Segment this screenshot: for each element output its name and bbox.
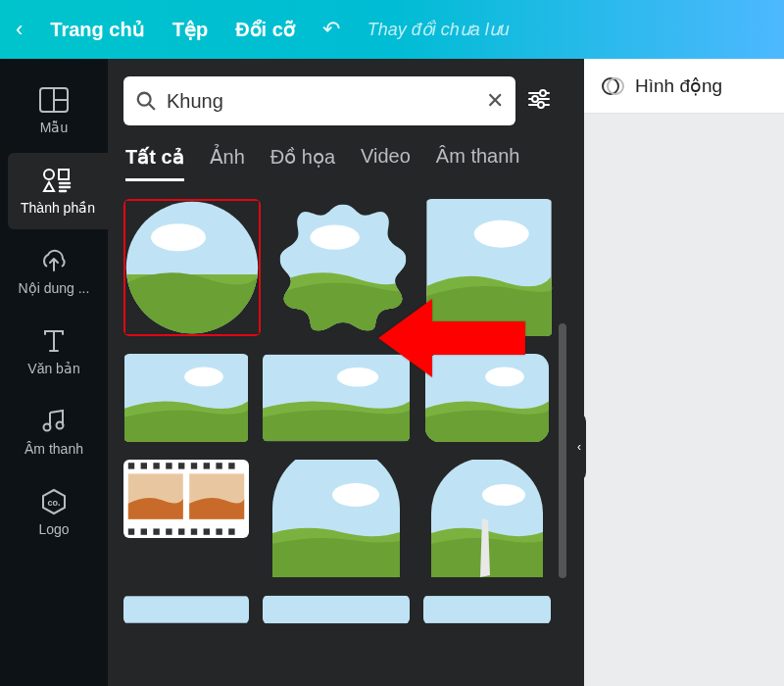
- search-input[interactable]: [167, 90, 476, 113]
- svg-line-14: [149, 104, 155, 110]
- rail-label: Thành phần: [21, 200, 95, 216]
- text-icon: [41, 327, 67, 355]
- logo-icon: co.: [40, 488, 68, 515]
- main-area: Mẫu Thành phần Nội dung ... Văn bản Âm t…: [0, 59, 784, 686]
- tab-graphics[interactable]: Đồ họa: [270, 145, 335, 181]
- search-row: ✕: [123, 76, 553, 125]
- frame-rect-wide[interactable]: [263, 354, 410, 442]
- animate-label: Hình động: [635, 74, 722, 97]
- svg-point-60: [482, 484, 525, 506]
- svg-marker-5: [44, 182, 54, 191]
- svg-rect-61: [123, 596, 249, 622]
- svg-rect-43: [178, 463, 184, 468]
- frame-rounded[interactable]: [423, 354, 551, 442]
- left-rail: Mẫu Thành phần Nội dung ... Văn bản Âm t…: [0, 59, 108, 686]
- canvas-area: Hình động: [584, 59, 784, 686]
- rail-uploads[interactable]: Nội dung ...: [0, 233, 108, 310]
- frame-circle[interactable]: [123, 199, 261, 336]
- top-bar: ‹ Trang chủ Tệp Đổi cỡ ↶ Thay đổi chưa l…: [0, 0, 784, 59]
- animate-icon: [602, 74, 625, 98]
- svg-point-3: [44, 170, 54, 179]
- frame-item[interactable]: [423, 595, 551, 624]
- svg-rect-47: [228, 463, 234, 468]
- svg-rect-39: [128, 463, 134, 468]
- panel-tabs: Tất cả Ảnh Đồ họa Video Âm thanh: [125, 145, 551, 181]
- svg-rect-4: [59, 170, 69, 179]
- rail-logo[interactable]: co. Logo: [0, 474, 108, 551]
- templates-icon: [39, 86, 69, 114]
- grid-row: [123, 595, 549, 624]
- canvas-toolbar: Hình động: [584, 59, 784, 114]
- svg-rect-48: [128, 528, 134, 534]
- svg-point-35: [485, 368, 524, 387]
- tab-photos[interactable]: Ảnh: [210, 145, 245, 181]
- svg-rect-63: [423, 596, 551, 623]
- elements-icon: [42, 167, 74, 194]
- svg-rect-49: [141, 528, 147, 534]
- animate-button[interactable]: Hình động: [602, 74, 722, 98]
- svg-rect-56: [228, 528, 234, 534]
- uploads-icon: [39, 247, 69, 274]
- grid-row: [123, 460, 549, 577]
- svg-point-24: [151, 223, 206, 251]
- tab-video[interactable]: Video: [361, 145, 411, 181]
- audio-icon: [41, 408, 67, 435]
- rail-label: Mẫu: [40, 120, 68, 135]
- svg-text:co.: co.: [47, 498, 60, 508]
- svg-rect-45: [204, 463, 210, 468]
- tab-audio[interactable]: Âm thanh: [436, 145, 520, 181]
- frame-item[interactable]: [263, 595, 410, 624]
- svg-rect-41: [153, 463, 159, 468]
- svg-rect-50: [153, 528, 159, 534]
- elements-panel: ✕ Tất cả Ảnh Đồ họa Video Âm thanh: [108, 59, 568, 686]
- svg-rect-52: [178, 528, 184, 534]
- svg-rect-62: [263, 596, 410, 623]
- rail-elements[interactable]: Thành phần: [8, 153, 108, 229]
- rail-label: Âm thanh: [24, 441, 83, 457]
- back-icon[interactable]: ‹: [16, 17, 23, 42]
- frame-square[interactable]: [425, 199, 553, 336]
- svg-rect-40: [141, 463, 147, 468]
- panel-collapse: ‹: [568, 59, 584, 686]
- frame-window[interactable]: [263, 460, 410, 577]
- canvas-body[interactable]: [584, 114, 784, 686]
- svg-point-16: [540, 90, 546, 96]
- search-icon: [135, 90, 157, 112]
- menu-file[interactable]: Tệp: [172, 18, 208, 41]
- rail-text[interactable]: Văn bản: [0, 314, 108, 390]
- rail-label: Văn bản: [27, 361, 79, 376]
- filter-button[interactable]: [525, 85, 553, 117]
- tab-all[interactable]: Tất cả: [125, 145, 184, 181]
- undo-icon[interactable]: ↶: [322, 17, 340, 42]
- panel-scrollbar[interactable]: [559, 127, 566, 657]
- svg-point-26: [310, 225, 359, 250]
- frame-badge[interactable]: [274, 199, 412, 336]
- search-box[interactable]: ✕: [123, 76, 515, 125]
- rail-templates[interactable]: Mẫu: [0, 73, 108, 149]
- svg-rect-51: [166, 528, 172, 534]
- svg-rect-44: [191, 463, 197, 468]
- svg-rect-53: [191, 528, 197, 534]
- menu-home[interactable]: Trang chủ: [50, 18, 144, 41]
- collapse-handle[interactable]: ‹: [572, 412, 586, 482]
- svg-rect-54: [204, 528, 210, 534]
- svg-rect-55: [216, 528, 221, 534]
- grid-row: [123, 199, 549, 336]
- results-grid[interactable]: [123, 199, 553, 624]
- save-status: Thay đổi chưa lưu: [368, 19, 510, 40]
- frame-rect[interactable]: [123, 354, 249, 442]
- rail-audio[interactable]: Âm thanh: [0, 394, 108, 470]
- svg-point-20: [538, 102, 544, 108]
- svg-point-28: [474, 220, 529, 248]
- svg-point-32: [337, 368, 378, 386]
- svg-point-58: [332, 483, 379, 507]
- svg-point-30: [184, 368, 223, 387]
- frame-film[interactable]: [123, 460, 249, 538]
- frame-arch[interactable]: [423, 460, 551, 577]
- svg-point-18: [532, 96, 538, 102]
- grid-row: [123, 354, 549, 442]
- clear-search-icon[interactable]: ✕: [486, 88, 504, 114]
- menu-resize[interactable]: Đổi cỡ: [235, 18, 295, 41]
- scrollbar-thumb[interactable]: [559, 323, 566, 578]
- frame-item[interactable]: [123, 595, 249, 624]
